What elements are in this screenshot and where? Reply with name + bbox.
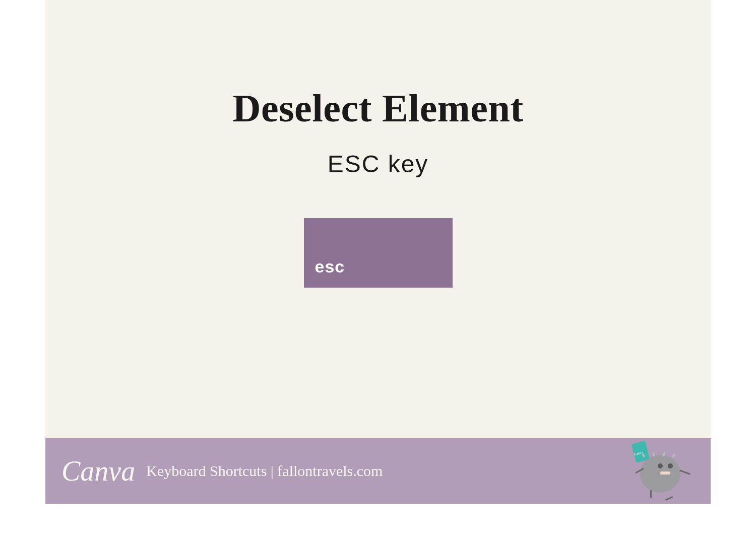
footer-left: Canva Keyboard Shortcuts | fallontravels… bbox=[61, 455, 383, 487]
shortcut-subtitle: ESC key bbox=[45, 150, 711, 178]
canva-logo: Canva bbox=[61, 455, 135, 487]
footer-bar: Canva Keyboard Shortcuts | fallontravels… bbox=[45, 438, 711, 504]
card-content: Deselect Element ESC key esc bbox=[45, 86, 711, 290]
esc-key-label: esc bbox=[315, 257, 345, 277]
mascot-icon: Canva bbox=[633, 442, 690, 500]
shortcut-title: Deselect Element bbox=[45, 86, 711, 131]
esc-key-block: esc bbox=[304, 218, 453, 288]
footer-text: Keyboard Shortcuts | fallontravels.com bbox=[146, 462, 383, 480]
shortcut-card: Deselect Element ESC key esc bbox=[45, 0, 711, 474]
